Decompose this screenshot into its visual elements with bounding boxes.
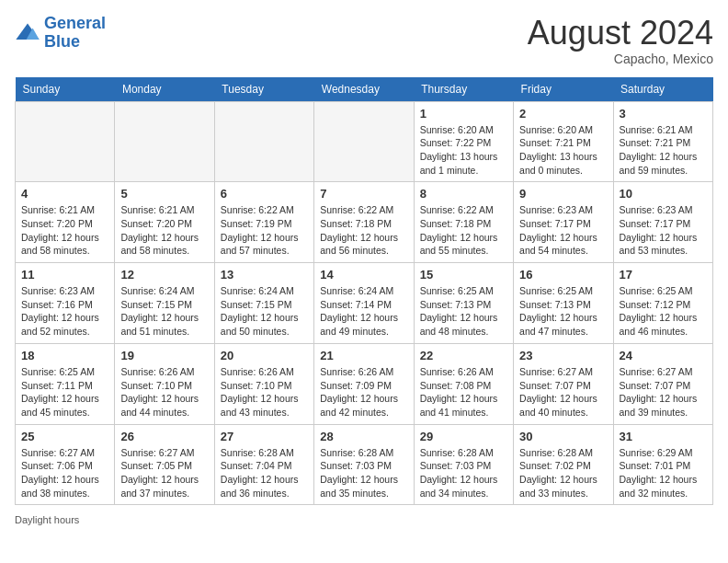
calendar-cell: 18Sunrise: 6:25 AM Sunset: 7:11 PM Dayli… — [16, 343, 115, 424]
date-number: 3 — [620, 107, 707, 121]
cell-info: Sunrise: 6:22 AM Sunset: 7:18 PM Dayligh… — [420, 203, 507, 258]
week-row-2: 4Sunrise: 6:21 AM Sunset: 7:20 PM Daylig… — [16, 182, 713, 263]
calendar-cell: 11Sunrise: 6:23 AM Sunset: 7:16 PM Dayli… — [16, 263, 115, 344]
cell-info: Sunrise: 6:23 AM Sunset: 7:16 PM Dayligh… — [21, 284, 108, 339]
cell-info: Sunrise: 6:23 AM Sunset: 7:17 PM Dayligh… — [519, 203, 607, 258]
cell-info: Sunrise: 6:24 AM Sunset: 7:14 PM Dayligh… — [320, 284, 407, 339]
cell-info: Sunrise: 6:29 AM Sunset: 7:01 PM Dayligh… — [620, 446, 707, 500]
date-number: 30 — [519, 430, 607, 443]
calendar-cell — [314, 101, 414, 182]
day-header-thursday: Thursday — [414, 77, 513, 102]
calendar-cell: 12Sunrise: 6:24 AM Sunset: 7:15 PM Dayli… — [115, 263, 214, 344]
calendar-cell — [16, 101, 115, 182]
date-number: 18 — [21, 349, 108, 362]
date-number: 23 — [519, 349, 607, 362]
date-number: 6 — [221, 187, 308, 201]
calendar-cell: 20Sunrise: 6:26 AM Sunset: 7:10 PM Dayli… — [214, 343, 313, 424]
calendar-cell: 3Sunrise: 6:21 AM Sunset: 7:21 PM Daylig… — [613, 101, 712, 182]
footer-label: Daylight hours — [15, 514, 79, 525]
date-number: 21 — [320, 349, 407, 362]
week-row-3: 11Sunrise: 6:23 AM Sunset: 7:16 PM Dayli… — [16, 263, 713, 344]
cell-info: Sunrise: 6:27 AM Sunset: 7:06 PM Dayligh… — [21, 446, 108, 500]
calendar-cell: 25Sunrise: 6:27 AM Sunset: 7:06 PM Dayli… — [16, 424, 115, 505]
date-number: 27 — [221, 430, 308, 443]
logo-icon — [15, 20, 40, 46]
date-number: 12 — [120, 268, 208, 282]
footer: Daylight hours — [15, 514, 713, 525]
date-number: 8 — [420, 187, 507, 201]
date-number: 1 — [420, 107, 507, 121]
date-number: 22 — [420, 349, 507, 362]
month-title: August 2024 — [528, 15, 713, 52]
cell-info: Sunrise: 6:24 AM Sunset: 7:15 PM Dayligh… — [120, 284, 208, 339]
calendar-cell: 5Sunrise: 6:21 AM Sunset: 7:20 PM Daylig… — [115, 182, 214, 263]
calendar-cell: 2Sunrise: 6:20 AM Sunset: 7:21 PM Daylig… — [514, 101, 613, 182]
calendar-cell: 17Sunrise: 6:25 AM Sunset: 7:12 PM Dayli… — [613, 263, 712, 344]
day-header-row: SundayMondayTuesdayWednesdayThursdayFrid… — [16, 77, 713, 102]
title-block: August 2024 Capacho, Mexico — [528, 15, 713, 66]
calendar-cell: 8Sunrise: 6:22 AM Sunset: 7:18 PM Daylig… — [414, 182, 513, 263]
date-number: 16 — [519, 268, 607, 282]
cell-info: Sunrise: 6:21 AM Sunset: 7:20 PM Dayligh… — [21, 203, 108, 258]
day-header-tuesday: Tuesday — [214, 77, 313, 102]
date-number: 4 — [21, 187, 108, 201]
cell-info: Sunrise: 6:28 AM Sunset: 7:03 PM Dayligh… — [420, 446, 507, 500]
calendar-cell: 15Sunrise: 6:25 AM Sunset: 7:13 PM Dayli… — [414, 263, 513, 344]
date-number: 2 — [519, 107, 607, 121]
date-number: 13 — [221, 268, 308, 282]
calendar-cell: 1Sunrise: 6:20 AM Sunset: 7:22 PM Daylig… — [414, 101, 513, 182]
cell-info: Sunrise: 6:28 AM Sunset: 7:04 PM Dayligh… — [221, 446, 308, 500]
cell-info: Sunrise: 6:25 AM Sunset: 7:11 PM Dayligh… — [21, 365, 108, 419]
logo-line1: General — [44, 14, 106, 32]
cell-info: Sunrise: 6:23 AM Sunset: 7:17 PM Dayligh… — [620, 203, 707, 258]
calendar-cell: 23Sunrise: 6:27 AM Sunset: 7:07 PM Dayli… — [514, 343, 613, 424]
location-subtitle: Capacho, Mexico — [528, 52, 713, 66]
date-number: 11 — [21, 268, 108, 282]
calendar-cell: 6Sunrise: 6:22 AM Sunset: 7:19 PM Daylig… — [214, 182, 313, 263]
calendar-cell: 26Sunrise: 6:27 AM Sunset: 7:05 PM Dayli… — [115, 424, 214, 505]
date-number: 10 — [620, 187, 707, 201]
date-number: 9 — [519, 187, 607, 201]
page-header: General Blue August 2024 Capacho, Mexico — [15, 15, 713, 66]
calendar-cell: 7Sunrise: 6:22 AM Sunset: 7:18 PM Daylig… — [314, 182, 414, 263]
week-row-5: 25Sunrise: 6:27 AM Sunset: 7:06 PM Dayli… — [16, 424, 713, 505]
cell-info: Sunrise: 6:26 AM Sunset: 7:10 PM Dayligh… — [120, 365, 208, 419]
cell-info: Sunrise: 6:27 AM Sunset: 7:07 PM Dayligh… — [519, 365, 607, 419]
calendar-cell — [214, 101, 313, 182]
calendar-cell: 19Sunrise: 6:26 AM Sunset: 7:10 PM Dayli… — [115, 343, 214, 424]
day-header-sunday: Sunday — [16, 77, 115, 102]
week-row-1: 1Sunrise: 6:20 AM Sunset: 7:22 PM Daylig… — [16, 101, 713, 182]
cell-info: Sunrise: 6:20 AM Sunset: 7:21 PM Dayligh… — [519, 123, 607, 178]
cell-info: Sunrise: 6:26 AM Sunset: 7:08 PM Dayligh… — [420, 365, 507, 419]
date-number: 14 — [320, 268, 407, 282]
calendar-cell: 28Sunrise: 6:28 AM Sunset: 7:03 PM Dayli… — [314, 424, 414, 505]
cell-info: Sunrise: 6:27 AM Sunset: 7:07 PM Dayligh… — [620, 365, 707, 419]
week-row-4: 18Sunrise: 6:25 AM Sunset: 7:11 PM Dayli… — [16, 343, 713, 424]
date-number: 25 — [21, 430, 108, 443]
calendar-cell: 9Sunrise: 6:23 AM Sunset: 7:17 PM Daylig… — [514, 182, 613, 263]
calendar-cell: 29Sunrise: 6:28 AM Sunset: 7:03 PM Dayli… — [414, 424, 513, 505]
date-number: 31 — [620, 430, 707, 443]
calendar-cell: 31Sunrise: 6:29 AM Sunset: 7:01 PM Dayli… — [613, 424, 712, 505]
day-header-saturday: Saturday — [613, 77, 712, 102]
cell-info: Sunrise: 6:22 AM Sunset: 7:18 PM Dayligh… — [320, 203, 407, 258]
calendar-cell: 27Sunrise: 6:28 AM Sunset: 7:04 PM Dayli… — [214, 424, 313, 505]
logo-line2: Blue — [44, 32, 80, 51]
cell-info: Sunrise: 6:28 AM Sunset: 7:03 PM Dayligh… — [320, 446, 407, 500]
calendar-cell — [115, 101, 214, 182]
calendar-cell: 21Sunrise: 6:26 AM Sunset: 7:09 PM Dayli… — [314, 343, 414, 424]
calendar-cell: 14Sunrise: 6:24 AM Sunset: 7:14 PM Dayli… — [314, 263, 414, 344]
cell-info: Sunrise: 6:24 AM Sunset: 7:15 PM Dayligh… — [221, 284, 308, 339]
date-number: 29 — [420, 430, 507, 443]
date-number: 5 — [120, 187, 208, 201]
date-number: 7 — [320, 187, 407, 201]
cell-info: Sunrise: 6:26 AM Sunset: 7:09 PM Dayligh… — [320, 365, 407, 419]
cell-info: Sunrise: 6:20 AM Sunset: 7:22 PM Dayligh… — [420, 123, 507, 178]
cell-info: Sunrise: 6:21 AM Sunset: 7:21 PM Dayligh… — [620, 123, 707, 178]
date-number: 19 — [120, 349, 208, 362]
date-number: 20 — [221, 349, 308, 362]
cell-info: Sunrise: 6:26 AM Sunset: 7:10 PM Dayligh… — [221, 365, 308, 419]
logo: General Blue — [15, 15, 106, 52]
calendar-cell: 22Sunrise: 6:26 AM Sunset: 7:08 PM Dayli… — [414, 343, 513, 424]
date-number: 26 — [120, 430, 208, 443]
